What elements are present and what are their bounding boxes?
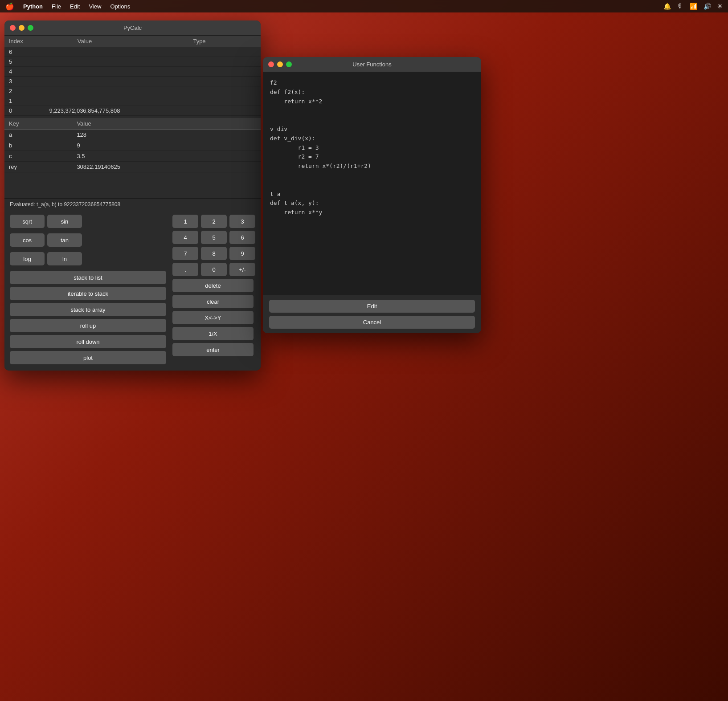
pycalc-window: PyCalc Index Value Type 6 5 bbox=[4, 20, 261, 371]
stack-cell-type bbox=[138, 57, 261, 67]
edit-menu[interactable]: Edit bbox=[70, 3, 80, 10]
vars-row: a 128 bbox=[4, 130, 261, 140]
stack-col-type: Type bbox=[138, 36, 261, 47]
cos-button[interactable]: cos bbox=[10, 233, 45, 247]
num-8-button[interactable]: 8 bbox=[201, 247, 227, 260]
traffic-lights bbox=[10, 25, 33, 31]
num-1-button[interactable]: 1 bbox=[172, 215, 198, 228]
file-menu[interactable]: File bbox=[52, 3, 61, 10]
swap-button[interactable]: X<->Y bbox=[172, 311, 254, 324]
userfunc-action-buttons: Edit Cancel bbox=[269, 300, 475, 329]
vars-cell-key: c bbox=[4, 151, 72, 162]
userfunc-close-button[interactable] bbox=[268, 61, 274, 67]
num-4-button[interactable]: 4 bbox=[172, 231, 198, 244]
vars-row: b 9 bbox=[4, 140, 261, 151]
stack-cell-index: 6 bbox=[4, 47, 31, 57]
stack-cell-value bbox=[31, 77, 138, 86]
num-3-button[interactable]: 3 bbox=[229, 215, 255, 228]
reciprocal-button[interactable]: 1/X bbox=[172, 327, 254, 340]
wifi-icon[interactable]: 📶 bbox=[690, 3, 697, 10]
bluetooth-icon[interactable]: ✳ bbox=[717, 3, 723, 10]
stack-cell-type bbox=[138, 67, 261, 77]
userfunc-maximize-button[interactable] bbox=[286, 61, 292, 67]
plot-button[interactable]: plot bbox=[10, 351, 166, 364]
stack-row: 5 bbox=[4, 57, 261, 67]
stack-col-value: Value bbox=[31, 36, 138, 47]
stack-cell-type bbox=[138, 96, 261, 106]
tan-button[interactable]: tan bbox=[47, 233, 82, 247]
stack-cell-type bbox=[138, 77, 261, 86]
decimal-button[interactable]: . bbox=[172, 263, 198, 276]
func-row-3: log ln bbox=[10, 252, 166, 265]
vars-cell-key: rey bbox=[4, 162, 72, 172]
numpad-grid: 1 2 3 4 5 6 7 8 9 . 0 +/- bbox=[172, 215, 255, 276]
desktop: PyCalc Index Value Type 6 5 bbox=[0, 12, 728, 701]
vars-cell-value: 30822.19140625 bbox=[72, 162, 261, 172]
minimize-button[interactable] bbox=[19, 25, 25, 31]
notif-icon[interactable]: 🔔 bbox=[663, 3, 671, 10]
stack-row: 2 bbox=[4, 86, 261, 96]
num-2-button[interactable]: 2 bbox=[201, 215, 227, 228]
stack-row: 6 bbox=[4, 47, 261, 57]
close-button[interactable] bbox=[10, 25, 16, 31]
app-name-menu[interactable]: Python bbox=[23, 3, 43, 10]
stack-cell-index: 5 bbox=[4, 57, 31, 67]
stack-cell-index: 2 bbox=[4, 86, 31, 96]
vars-table-section: Key Value a 128b 9c 3.5rey 30822.1914062… bbox=[4, 118, 261, 198]
roll-up-button[interactable]: roll up bbox=[10, 319, 166, 332]
stack-cell-value bbox=[31, 67, 138, 77]
stack-cell-value bbox=[31, 86, 138, 96]
mic-icon[interactable]: 🎙 bbox=[677, 3, 683, 10]
status-bar: Evaluated: t_a(a, b) to 9223372036854775… bbox=[4, 198, 261, 210]
sqrt-button[interactable]: sqrt bbox=[10, 215, 45, 228]
stack-cell-value bbox=[31, 57, 138, 67]
status-text: Evaluated: t_a(a, b) to 9223372036854775… bbox=[10, 201, 120, 208]
clear-button[interactable]: clear bbox=[172, 295, 254, 308]
enter-button[interactable]: enter bbox=[172, 343, 254, 356]
roll-down-button[interactable]: roll down bbox=[10, 335, 166, 348]
userfunc-code-area[interactable]: f2 def f2(x): return x**2 v_div def v_di… bbox=[263, 72, 481, 295]
stack-cell-index: 4 bbox=[4, 67, 31, 77]
num-6-button[interactable]: 6 bbox=[229, 231, 255, 244]
num-5-button[interactable]: 5 bbox=[201, 231, 227, 244]
vars-col-key: Key bbox=[4, 118, 72, 130]
num-0-button[interactable]: 0 bbox=[201, 263, 227, 276]
log-button[interactable]: log bbox=[10, 252, 45, 265]
vars-cell-value: 9 bbox=[72, 140, 261, 151]
view-menu[interactable]: View bbox=[89, 3, 101, 10]
pycalc-title: PyCalc bbox=[123, 24, 142, 31]
stack-cell-type bbox=[138, 86, 261, 96]
maximize-button[interactable] bbox=[28, 25, 33, 31]
vars-row: c 3.5 bbox=[4, 151, 261, 162]
stack-cell-value bbox=[31, 47, 138, 57]
stack-to-list-button[interactable]: stack to list bbox=[10, 271, 166, 284]
cancel-button[interactable]: Cancel bbox=[269, 316, 475, 329]
menu-bar-right: 🔔 🎙 📶 🔊 ✳ bbox=[663, 3, 723, 10]
right-col: 1 2 3 4 5 6 7 8 9 . 0 +/- delete bbox=[172, 215, 255, 364]
volume-icon[interactable]: 🔊 bbox=[703, 3, 711, 10]
num-9-button[interactable]: 9 bbox=[229, 247, 255, 260]
apple-menu[interactable]: 🍎 bbox=[5, 2, 14, 11]
stack-to-array-button[interactable]: stack to array bbox=[10, 303, 166, 316]
left-col: sqrt sin cos tan log ln stack to list bbox=[10, 215, 166, 364]
stack-table: Index Value Type 6 5 4 3 bbox=[4, 36, 261, 116]
func-row-1: sqrt sin bbox=[10, 215, 166, 228]
vars-cell-key: b bbox=[4, 140, 72, 151]
sin-button[interactable]: sin bbox=[47, 215, 82, 228]
edit-button[interactable]: Edit bbox=[269, 300, 475, 313]
stack-row: 4 bbox=[4, 67, 261, 77]
userfunc-title: User Functions bbox=[352, 61, 391, 68]
userfunc-minimize-button[interactable] bbox=[277, 61, 283, 67]
stack-row: 1 bbox=[4, 96, 261, 106]
plusminus-button[interactable]: +/- bbox=[229, 263, 255, 276]
delete-button[interactable]: delete bbox=[172, 279, 254, 292]
options-menu[interactable]: Options bbox=[110, 3, 130, 10]
ln-button[interactable]: ln bbox=[47, 252, 82, 265]
stack-cell-value: 9,223,372,036,854,775,808 bbox=[31, 106, 138, 116]
iterable-to-stack-button[interactable]: iterable to stack bbox=[10, 287, 166, 300]
stack-table-section: Index Value Type 6 5 4 3 bbox=[4, 36, 261, 116]
calc-buttons-area: sqrt sin cos tan log ln stack to list bbox=[4, 210, 261, 371]
vars-cell-value: 128 bbox=[72, 130, 261, 140]
vars-table: Key Value a 128b 9c 3.5rey 30822.1914062… bbox=[4, 118, 261, 172]
num-7-button[interactable]: 7 bbox=[172, 247, 198, 260]
